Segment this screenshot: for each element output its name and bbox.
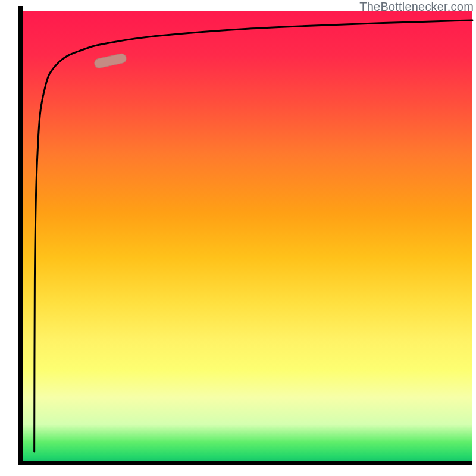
attribution-text: TheBottlenecker.com bbox=[359, 0, 474, 14]
svg-rect-0 bbox=[93, 53, 127, 69]
x-axis-spine bbox=[18, 461, 472, 465]
bottleneck-curve bbox=[35, 20, 472, 452]
chart-container: TheBottlenecker.com bbox=[0, 0, 476, 476]
curve-layer bbox=[23, 11, 472, 461]
highlight-segment bbox=[93, 53, 127, 69]
y-axis-spine bbox=[18, 6, 23, 465]
